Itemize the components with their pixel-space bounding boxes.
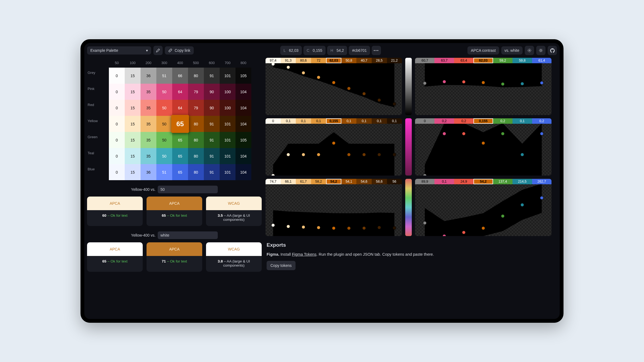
- swatch-cell[interactable]: 15: [125, 84, 141, 100]
- chart-value-cell[interactable]: 59,8: [512, 58, 532, 63]
- swatch-cell[interactable]: 0: [109, 116, 125, 132]
- chart-value-cell[interactable]: 60,7: [415, 58, 434, 63]
- chart-value-cell[interactable]: 0,1: [296, 118, 311, 124]
- c-gradient-strip[interactable]: [405, 118, 412, 176]
- chart-value-cell[interactable]: 0,2: [454, 118, 473, 124]
- swatch-cell[interactable]: 90: [204, 100, 220, 116]
- swatch-cell[interactable]: 104: [235, 116, 251, 132]
- swatch-cell[interactable]: 80: [188, 148, 204, 164]
- chart-value-cell[interactable]: 89,9: [415, 179, 434, 184]
- theme-toggle-button[interactable]: [536, 46, 545, 55]
- chart-value-cell[interactable]: 0,155: [473, 118, 493, 124]
- chart-value-cell[interactable]: 58,6: [372, 179, 387, 184]
- swatch-cell[interactable]: 0: [109, 132, 125, 148]
- swatch-cell[interactable]: 50: [156, 100, 172, 116]
- chart-value-cell[interactable]: 61,7: [296, 179, 311, 184]
- l-col-chart[interactable]: 60,763,763,462,0359,259,861,4: [415, 58, 551, 115]
- settings-button[interactable]: [525, 46, 534, 55]
- chart-value-cell[interactable]: 0,1: [311, 118, 326, 124]
- copy-tokens-button[interactable]: Copy tokens: [267, 261, 296, 270]
- chart-value-cell[interactable]: 0,1: [341, 118, 357, 124]
- swatch-cell[interactable]: 104: [235, 100, 251, 116]
- chart-value-cell[interactable]: 63,7: [434, 58, 454, 63]
- l-row-chart[interactable]: 97,491,380,67262,0350,840,728,521,2: [266, 58, 402, 115]
- swatch-cell[interactable]: 105: [235, 68, 251, 84]
- swatch-cell[interactable]: 91: [204, 164, 220, 180]
- swatch-cell[interactable]: 65: [172, 132, 188, 148]
- swatch-cell[interactable]: 0: [109, 84, 125, 100]
- chart-value-cell[interactable]: 0,1: [512, 118, 532, 124]
- swatch-cell[interactable]: 100: [220, 84, 235, 100]
- swatch-cell[interactable]: 50: [156, 132, 172, 148]
- swatch-cell[interactable]: 65: [171, 115, 189, 133]
- swatch-cell[interactable]: 104: [235, 148, 251, 164]
- chart-value-cell[interactable]: 58,2: [311, 179, 326, 184]
- swatch-cell[interactable]: 65: [172, 164, 188, 180]
- swatch-cell[interactable]: 101: [220, 148, 235, 164]
- swatch-cell[interactable]: 0: [109, 100, 125, 116]
- swatch-cell[interactable]: 80: [188, 164, 204, 180]
- swatch-cell[interactable]: 80: [188, 132, 204, 148]
- swatch-cell[interactable]: 35: [141, 116, 156, 132]
- swatch-cell[interactable]: 50: [156, 148, 172, 164]
- swatch-cell[interactable]: 50: [156, 116, 172, 132]
- c-col-chart[interactable]: 00,20,20,1550,20,10,2: [415, 118, 551, 176]
- swatch-cell[interactable]: 15: [125, 116, 141, 132]
- swatch-cell[interactable]: 91: [204, 132, 220, 148]
- swatch-cell[interactable]: 101: [220, 132, 235, 148]
- chart-value-cell[interactable]: 50,8: [341, 58, 357, 63]
- swatch-cell[interactable]: 0: [109, 148, 125, 164]
- swatch-cell[interactable]: 50: [156, 84, 172, 100]
- chart-value-cell[interactable]: 0,2: [434, 118, 454, 124]
- swatch-cell[interactable]: 66: [172, 68, 188, 84]
- swatch-cell[interactable]: 36: [141, 68, 156, 84]
- contrast-target-input[interactable]: [158, 186, 218, 193]
- swatch-cell[interactable]: 101: [220, 164, 235, 180]
- copy-link-button[interactable]: Copy link: [165, 46, 194, 55]
- contrast-mode-select[interactable]: APCA contrast: [467, 46, 499, 55]
- edit-button[interactable]: [153, 46, 163, 55]
- l-gradient-strip[interactable]: [405, 58, 412, 115]
- h-row-chart[interactable]: 74,766,161,758,254,254,154,658,656: [266, 179, 402, 236]
- chart-value-cell[interactable]: 0: [266, 118, 281, 124]
- chart-value-cell[interactable]: 97,4: [266, 58, 281, 63]
- swatch-cell[interactable]: 15: [125, 132, 141, 148]
- chart-value-cell[interactable]: 21,2: [387, 58, 402, 63]
- h-readout[interactable]: H54,2: [327, 46, 347, 55]
- chart-value-cell[interactable]: 61,4: [532, 58, 551, 63]
- c-row-chart[interactable]: 00,10,10,10,1550,10,10,10,1: [266, 118, 402, 176]
- swatch-cell[interactable]: 79: [188, 100, 204, 116]
- chart-value-cell[interactable]: 62,03: [473, 58, 493, 63]
- chart-value-cell[interactable]: 59,2: [493, 58, 512, 63]
- contrast-vs-select[interactable]: vs. white: [501, 46, 523, 55]
- swatch-cell[interactable]: 51: [156, 164, 172, 180]
- figma-tokens-link[interactable]: Figma Tokens: [292, 252, 317, 257]
- swatch-cell[interactable]: 35: [141, 84, 156, 100]
- chart-value-cell[interactable]: 54,6: [356, 179, 372, 184]
- chart-value-cell[interactable]: 0,1: [387, 118, 402, 124]
- chart-value-cell[interactable]: 28,5: [372, 58, 387, 63]
- swatch-cell[interactable]: 64: [172, 84, 188, 100]
- swatch-cell[interactable]: 100: [220, 100, 235, 116]
- chart-value-cell[interactable]: 0,2: [532, 118, 551, 124]
- chart-value-cell[interactable]: 0,1: [372, 118, 387, 124]
- chart-value-cell[interactable]: 54,1: [341, 179, 357, 184]
- chart-value-cell[interactable]: 0,2: [493, 118, 512, 124]
- chart-value-cell[interactable]: 80,6: [296, 58, 311, 63]
- chart-value-cell[interactable]: 91,3: [281, 58, 296, 63]
- swatch-cell[interactable]: 104: [235, 164, 251, 180]
- swatch-cell[interactable]: 15: [125, 100, 141, 116]
- h-col-chart[interactable]: 89,90,124,954,2137,4214,5262,7: [415, 179, 551, 236]
- swatch-cell[interactable]: 91: [204, 68, 220, 84]
- h-gradient-strip[interactable]: [405, 179, 412, 236]
- github-link[interactable]: [548, 46, 557, 55]
- chart-value-cell[interactable]: 54,2: [326, 179, 341, 184]
- l-readout[interactable]: L62,03: [280, 46, 302, 55]
- swatch-cell[interactable]: 0: [109, 164, 125, 180]
- swatch-cell[interactable]: 15: [125, 68, 141, 84]
- swatch-cell[interactable]: 35: [141, 132, 156, 148]
- swatch-cell[interactable]: 36: [141, 164, 156, 180]
- swatch-cell[interactable]: 80: [188, 116, 204, 132]
- chart-value-cell[interactable]: 0: [415, 118, 434, 124]
- swatch-cell[interactable]: 35: [141, 100, 156, 116]
